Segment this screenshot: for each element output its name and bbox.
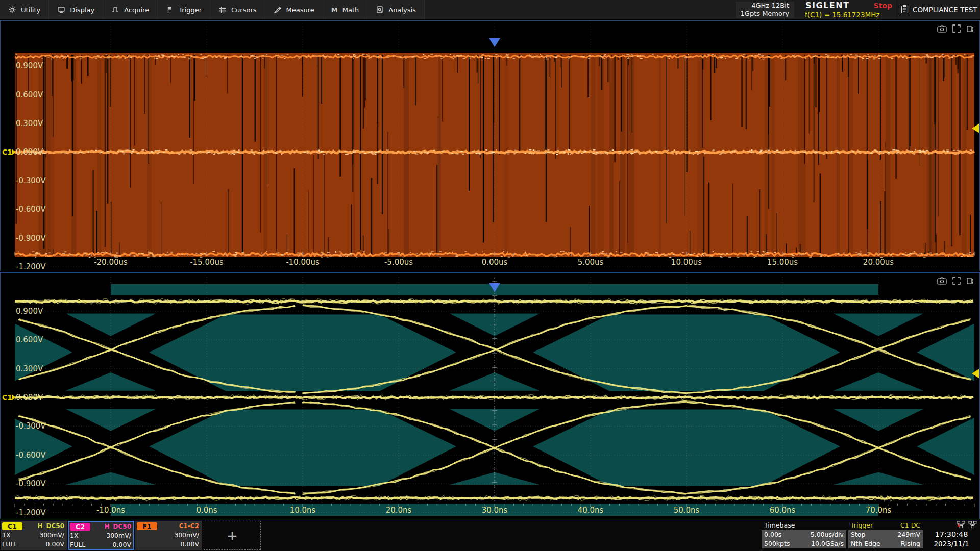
gear-icon	[8, 6, 16, 14]
fullscreen-icon[interactable]	[952, 24, 961, 33]
svg-text:0.000V: 0.000V	[16, 147, 43, 157]
menu-item-display[interactable]: Display	[49, 0, 103, 19]
svg-text:C1: C1	[2, 393, 12, 402]
siglent-logo: SIGLENT	[805, 1, 850, 10]
impedance-label: H	[37, 521, 42, 531]
menu-item-math[interactable]: M Math	[323, 0, 368, 19]
system-time: 17:30:48	[925, 530, 978, 539]
svg-text:-5.00us: -5.00us	[384, 258, 413, 267]
probe-attenuation: 1X	[70, 531, 79, 540]
trigger-mode: Nth Edge	[851, 539, 880, 548]
window-toolbar-bottom	[937, 277, 974, 285]
menu-item-analysis[interactable]: Analysis	[368, 0, 425, 19]
svg-text:60.0ns: 60.0ns	[770, 506, 796, 515]
menu-bar: Utility Display Acquire Trigger Cursors …	[0, 0, 980, 19]
main-waveform-canvas: -20.00us-15.00us-10.00us-5.00us0.00us5.0…	[1, 21, 979, 271]
svg-text:-0.900V: -0.900V	[16, 479, 46, 488]
main-waveform-window[interactable]: -20.00us-15.00us-10.00us-5.00us0.00us5.0…	[0, 20, 980, 271]
menu-item-label: Trigger	[179, 6, 202, 14]
trigger-descriptor[interactable]: Trigger C1 DC Stop 249mV Nth Edge Rising	[848, 521, 923, 550]
eye-diagram-canvas: 0.900V0.600V0.300V0.000V-0.300V-0.600V-0…	[1, 273, 979, 519]
acquire-icon	[111, 6, 119, 14]
trigger-level: 249mV	[897, 530, 920, 539]
plus-icon: +	[227, 529, 238, 542]
clipboard-icon	[901, 5, 909, 15]
status-bar: C1 H DC50 1X 300mV/ FULL 0.00V C2 H	[0, 519, 980, 551]
svg-text:0.300V: 0.300V	[16, 119, 43, 128]
trigger-status: Stop	[851, 530, 865, 539]
svg-text:-0.900V: -0.900V	[16, 234, 46, 243]
svg-text:0.600V: 0.600V	[16, 335, 43, 344]
memory-label: 1Gpts Memory	[741, 10, 789, 18]
function-chip-f1: F1	[137, 522, 157, 530]
flip-page-icon[interactable]	[966, 277, 974, 285]
timebase-scale: 5.00us/div	[811, 530, 844, 539]
function-descriptor-f1[interactable]: F1 C1-C2 300mV/ 0.00V	[135, 521, 202, 550]
acquisition-status: Stop	[874, 2, 892, 10]
menu-item-label: Display	[70, 6, 94, 14]
function-source: C1-C2	[179, 521, 199, 531]
vertical-offset: 0.00V	[113, 540, 131, 549]
vertical-scale: 300mV/	[174, 531, 199, 540]
trigger-source: C1 DC	[900, 521, 920, 530]
sample-rate: 10.0GSa/s	[811, 539, 844, 548]
acquisition-memory-info: 4GHz-12Bit 1Gpts Memory	[736, 2, 794, 18]
brand-status-block: SIGLENT Stop f(C1) = 15.61723MHz	[803, 1, 894, 19]
svg-text:-15.00us: -15.00us	[190, 258, 224, 267]
compliance-test-button[interactable]: COMPLIANCE TEST	[896, 0, 977, 19]
channel-coupling-c2: H DC50	[104, 522, 131, 531]
connectivity-icons	[925, 521, 978, 530]
cursors-icon	[218, 6, 227, 14]
timebase-descriptor[interactable]: Timebase 0.00s 5.00us/div 500kpts 10.0GS…	[762, 521, 846, 550]
svg-text:40.0ns: 40.0ns	[578, 506, 604, 515]
memory-depth: 500kpts	[764, 539, 790, 548]
channel-chip-c2: C2	[70, 523, 90, 531]
fullscreen-icon[interactable]	[952, 277, 961, 285]
channel-descriptor-c2[interactable]: C2 H DC50 1X 300mV/ FULL 0.00V	[68, 521, 134, 550]
impedance-label: H	[104, 522, 109, 531]
add-trace-button[interactable]: +	[204, 521, 261, 550]
probe-attenuation: 1X	[2, 531, 11, 540]
camera-icon[interactable]	[937, 24, 947, 33]
measure-icon	[274, 6, 282, 14]
svg-text:0.900V: 0.900V	[16, 307, 43, 316]
timebase-delay: 0.00s	[764, 530, 781, 539]
svg-text:-10.0ns: -10.0ns	[96, 506, 125, 515]
menu-item-measure[interactable]: Measure	[265, 0, 323, 19]
svg-text:0.0ns: 0.0ns	[196, 506, 217, 515]
channel-descriptor-c1[interactable]: C1 H DC50 1X 300mV/ FULL 0.00V	[1, 521, 67, 550]
bandwidth-label: 4GHz-12Bit	[741, 2, 789, 10]
bandwidth-limit: FULL	[2, 540, 17, 549]
trigger-title: Trigger	[851, 521, 873, 530]
trigger-slope: Rising	[901, 539, 920, 548]
display-icon	[57, 6, 65, 14]
menu-item-utility[interactable]: Utility	[0, 0, 49, 19]
clock-block[interactable]: 17:30:48 2023/11/1	[925, 521, 978, 550]
window-toolbar-top	[937, 24, 974, 33]
menu-item-label: Acquire	[124, 6, 149, 14]
flip-page-icon[interactable]	[966, 24, 974, 33]
camera-icon[interactable]	[937, 277, 947, 285]
svg-text:0.600V: 0.600V	[16, 90, 43, 99]
svg-text:0.00us: 0.00us	[482, 258, 508, 267]
menu-item-acquire[interactable]: Acquire	[103, 0, 158, 19]
svg-text:30.0ns: 30.0ns	[482, 506, 508, 515]
svg-text:10.00us: 10.00us	[671, 258, 702, 267]
svg-text:-1.200V: -1.200V	[16, 508, 46, 517]
oscilloscope-screen: Utility Display Acquire Trigger Cursors …	[0, 0, 980, 551]
menu-item-label: Math	[342, 6, 359, 14]
trigger-flag-icon	[166, 6, 174, 14]
eye-diagram-window[interactable]: 0.900V0.600V0.300V0.000V-0.300V-0.600V-0…	[0, 272, 980, 519]
svg-text:15.00us: 15.00us	[767, 258, 798, 267]
menu-item-cursors[interactable]: Cursors	[210, 0, 265, 19]
svg-text:10.0ns: 10.0ns	[290, 506, 316, 515]
menu-item-trigger[interactable]: Trigger	[158, 0, 210, 19]
compliance-test-label: COMPLIANCE TEST	[913, 6, 977, 14]
svg-text:70.0ns: 70.0ns	[866, 506, 892, 515]
system-date: 2023/11/1	[925, 539, 978, 548]
vertical-scale: 300mV/	[106, 531, 131, 540]
menu-item-label: Utility	[21, 6, 40, 14]
svg-text:-20.00us: -20.00us	[94, 258, 128, 267]
lan-error-icon	[957, 521, 965, 530]
svg-text:5.00us: 5.00us	[578, 258, 604, 267]
